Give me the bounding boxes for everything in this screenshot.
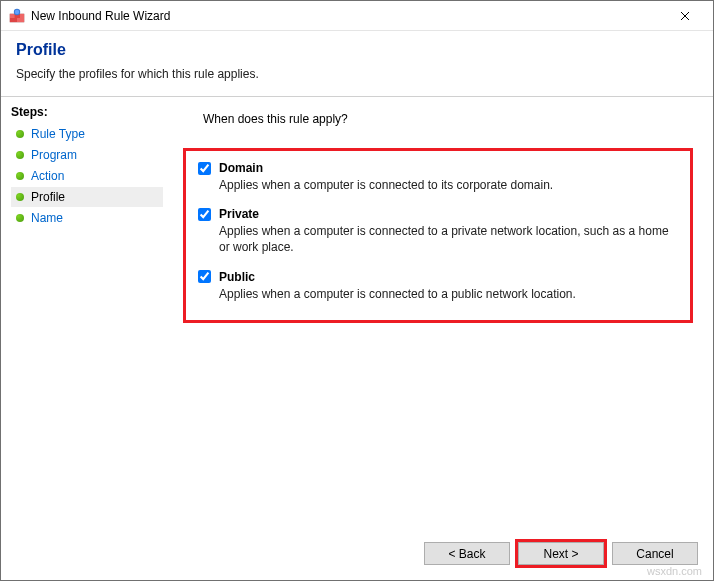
titlebar: New Inbound Rule Wizard <box>1 1 713 31</box>
svg-rect-4 <box>10 18 17 22</box>
option-label: Domain <box>219 161 263 175</box>
step-label: Rule Type <box>31 127 85 141</box>
step-rule-type[interactable]: Rule Type <box>11 124 163 144</box>
step-bullet-icon <box>16 151 24 159</box>
cancel-button[interactable]: Cancel <box>612 542 698 565</box>
option-domain: DomainApplies when a computer is connect… <box>198 161 678 193</box>
page-title: Profile <box>16 41 698 59</box>
option-label: Private <box>219 207 259 221</box>
options-highlight-box: DomainApplies when a computer is connect… <box>183 148 693 323</box>
svg-rect-1 <box>10 14 15 18</box>
step-label: Program <box>31 148 77 162</box>
step-bullet-icon <box>16 214 24 222</box>
option-description: Applies when a computer is connected to … <box>219 286 678 302</box>
close-icon <box>680 11 690 21</box>
header: Profile Specify the profiles for which t… <box>1 31 713 96</box>
option-label: Public <box>219 270 255 284</box>
svg-point-7 <box>15 9 19 13</box>
step-bullet-icon <box>16 130 24 138</box>
option-public: PublicApplies when a computer is connect… <box>198 270 678 302</box>
option-description: Applies when a computer is connected to … <box>219 223 678 255</box>
option-private: PrivateApplies when a computer is connec… <box>198 207 678 255</box>
step-bullet-icon <box>16 193 24 201</box>
footer-buttons: < Back Next > Cancel <box>424 539 698 568</box>
checkbox-private[interactable] <box>198 208 211 221</box>
page-subtitle: Specify the profiles for which this rule… <box>16 67 698 81</box>
content-pane: When does this rule apply? DomainApplies… <box>163 97 713 537</box>
body: Steps: Rule TypeProgramActionProfileName… <box>1 97 713 537</box>
step-action[interactable]: Action <box>11 166 163 186</box>
step-label: Action <box>31 169 64 183</box>
steps-sidebar: Steps: Rule TypeProgramActionProfileName <box>1 97 163 537</box>
step-program[interactable]: Program <box>11 145 163 165</box>
svg-rect-3 <box>20 14 24 18</box>
checkbox-public[interactable] <box>198 270 211 283</box>
firewall-icon <box>9 8 25 24</box>
next-button[interactable]: Next > <box>518 542 604 565</box>
back-button[interactable]: < Back <box>424 542 510 565</box>
wizard-window: New Inbound Rule Wizard Profile Specify … <box>0 0 714 581</box>
option-description: Applies when a computer is connected to … <box>219 177 678 193</box>
step-bullet-icon <box>16 172 24 180</box>
step-label: Profile <box>31 190 65 204</box>
steps-label: Steps: <box>11 105 163 119</box>
step-name[interactable]: Name <box>11 208 163 228</box>
step-label: Name <box>31 211 63 225</box>
close-button[interactable] <box>665 2 705 30</box>
svg-rect-5 <box>17 18 24 22</box>
checkbox-domain[interactable] <box>198 162 211 175</box>
window-title: New Inbound Rule Wizard <box>31 9 665 23</box>
step-profile[interactable]: Profile <box>11 187 163 207</box>
question-text: When does this rule apply? <box>203 112 693 126</box>
